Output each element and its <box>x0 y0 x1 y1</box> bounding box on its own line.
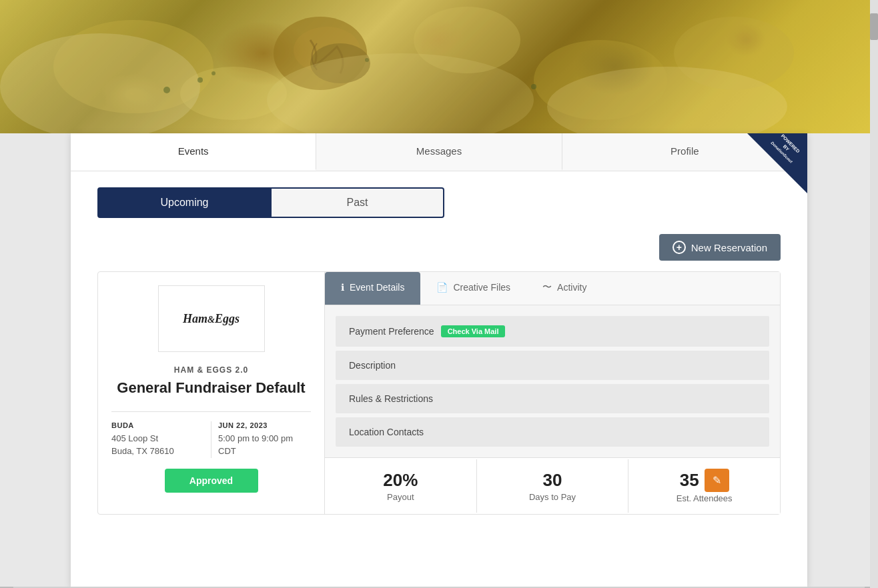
payout-value: 20% <box>338 470 463 491</box>
days-to-pay-value: 30 <box>490 470 615 491</box>
svg-point-1 <box>294 27 360 73</box>
vertical-scrollbar[interactable] <box>870 0 878 588</box>
time-hours: 5:00 pm to 9:00 pm <box>218 432 311 445</box>
sub-tab-creative-files-label: Creative Files <box>453 282 510 293</box>
svg-point-12 <box>211 71 215 75</box>
sub-tab-activity[interactable]: 〜 Activity <box>526 272 602 305</box>
sub-tab-event-details-label: Event Details <box>350 282 404 293</box>
days-to-pay-stat: 30 Days to Pay <box>477 459 629 513</box>
svg-point-3 <box>53 20 213 113</box>
svg-point-5 <box>534 40 667 120</box>
plus-circle-icon: + <box>673 241 686 254</box>
svg-point-4 <box>414 7 520 73</box>
event-logo-box: Ham&Eggs <box>158 285 265 352</box>
info-icon: ℹ <box>341 282 344 293</box>
time-timezone: CDT <box>218 445 311 458</box>
svg-point-7 <box>180 67 287 120</box>
tab-events[interactable]: Events <box>71 133 316 171</box>
document-icon: 📄 <box>436 282 448 293</box>
sub-tab-creative-files[interactable]: 📄 Creative Files <box>420 272 526 305</box>
event-location-time: BUDA 405 Loop St Buda, TX 78610 JUN 22, … <box>111 411 311 458</box>
past-toggle[interactable]: Past <box>272 187 444 218</box>
description-section[interactable]: Description <box>336 351 769 380</box>
activity-icon: 〜 <box>542 281 552 293</box>
scroll-thumb[interactable] <box>870 13 878 40</box>
nav-tabs: Events Messages Profile <box>71 133 807 171</box>
payout-label: Payout <box>338 492 463 502</box>
stats-bar: 20% Payout 30 Days to Pay 35 ✎ Est. Atte… <box>325 457 780 514</box>
upcoming-toggle[interactable]: Upcoming <box>97 187 272 218</box>
attendees-group: 35 ✎ <box>642 469 767 492</box>
hero-image <box>0 0 878 133</box>
approved-badge: Approved <box>165 469 258 493</box>
toolbar: + New Reservation <box>97 234 781 261</box>
event-location: BUDA 405 Loop St Buda, TX 78610 <box>111 421 211 458</box>
svg-point-13 <box>163 87 170 93</box>
location-contacts-section[interactable]: Location Contacts <box>336 417 769 447</box>
check-via-mail-badge: Check Via Mail <box>441 325 506 337</box>
event-time: JUN 22, 2023 5:00 pm to 9:00 pm CDT <box>211 421 311 458</box>
svg-point-9 <box>267 53 534 133</box>
attendees-label: Est. Attendees <box>642 493 767 503</box>
description-label: Description <box>349 360 396 371</box>
location-address2: Buda, TX 78610 <box>111 445 204 458</box>
est-attendees-stat: 35 ✎ Est. Attendees <box>628 458 780 514</box>
event-sidebar: Ham&Eggs HAM & EGGS 2.0 General Fundrais… <box>98 272 325 514</box>
location-label: BUDA <box>111 421 204 429</box>
svg-point-6 <box>674 17 794 90</box>
rules-label: Rules & Restrictions <box>349 393 433 404</box>
location-contacts-label: Location Contacts <box>349 427 424 437</box>
payment-preference-section[interactable]: Payment Preference Check Via Mail <box>336 316 769 347</box>
svg-point-15 <box>531 84 536 89</box>
event-title: General Fundraiser Default <box>117 379 305 398</box>
attendees-value: 35 <box>680 470 699 491</box>
event-subtitle: HAM & EGGS 2.0 <box>174 365 248 375</box>
new-reservation-label: New Reservation <box>691 242 767 253</box>
svg-point-10 <box>547 67 787 133</box>
svg-point-14 <box>365 58 369 62</box>
event-content: ℹ Event Details 📄 Creative Files 〜 Activ… <box>325 272 780 514</box>
payment-preference-label: Payment Preference <box>349 326 434 337</box>
svg-point-2 <box>310 43 370 83</box>
tab-messages[interactable]: Messages <box>316 133 562 171</box>
date-label: JUN 22, 2023 <box>218 421 311 429</box>
event-logo: Ham&Eggs <box>183 312 240 326</box>
content-area: Upcoming Past + New Reservation Ham&Eggs… <box>71 171 807 531</box>
svg-point-8 <box>0 33 200 133</box>
event-panel: Ham&Eggs HAM & EGGS 2.0 General Fundrais… <box>97 271 781 515</box>
sub-tab-activity-label: Activity <box>557 282 586 293</box>
main-container: POWEREDBYDonationScout Events Messages P… <box>71 133 807 587</box>
svg-point-11 <box>197 77 203 83</box>
sub-tab-event-details[interactable]: ℹ Event Details <box>325 272 420 305</box>
location-address1: 405 Loop St <box>111 432 204 445</box>
edit-attendees-button[interactable]: ✎ <box>705 469 729 492</box>
new-reservation-button[interactable]: + New Reservation <box>659 234 781 261</box>
toggle-group: Upcoming Past <box>97 187 444 218</box>
svg-point-0 <box>274 17 367 90</box>
detail-sections: Payment Preference Check Via Mail Descri… <box>325 305 780 457</box>
rules-section[interactable]: Rules & Restrictions <box>336 384 769 413</box>
sub-tabs: ℹ Event Details 📄 Creative Files 〜 Activ… <box>325 272 780 305</box>
payout-stat: 20% Payout <box>325 459 477 513</box>
days-to-pay-label: Days to Pay <box>490 492 615 502</box>
